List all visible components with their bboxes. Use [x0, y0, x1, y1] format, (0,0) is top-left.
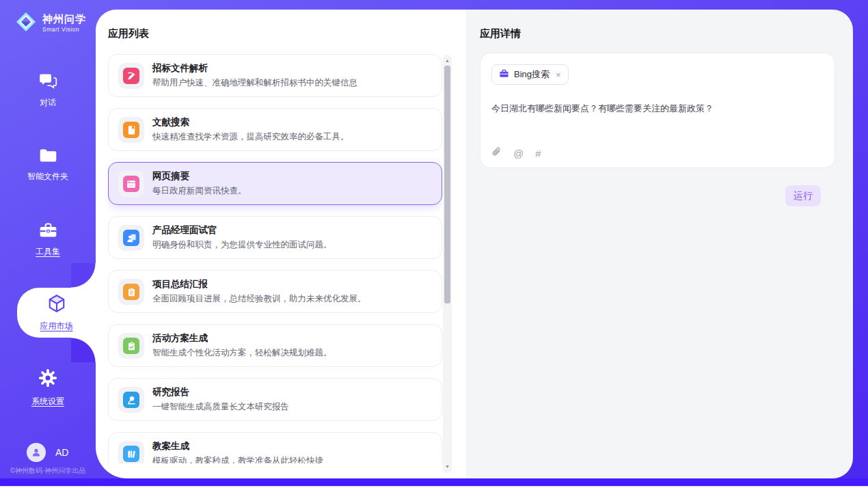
- avatar: [27, 443, 46, 462]
- app-icon-tile: [118, 387, 144, 413]
- app-card-title: 教案生成: [152, 440, 189, 452]
- app-card-title: 活动方案生成: [152, 332, 208, 344]
- sidebar-item-folder[interactable]: 智能文件夹: [0, 148, 96, 182]
- app-list-viewport: 招标文件解析帮助用户快速、准确地理解和解析招标书中的关键信息文献搜索快速精准查找…: [108, 54, 442, 463]
- app-icon-tile: [118, 225, 144, 251]
- prompt-card: Bing搜索 × 今日湖北有哪些新闻要点？有哪些需要关注的最新政策？ @ #: [480, 53, 835, 168]
- app-icon-tile: [118, 117, 144, 143]
- bottom-bar: [0, 478, 868, 486]
- app-card-description: 一键智能生成高质量长文本研究报告: [152, 401, 289, 413]
- scroll-up-icon[interactable]: ▲: [443, 56, 452, 66]
- scrollbar[interactable]: ▲ ▼: [443, 55, 452, 473]
- sidebar-item-chat[interactable]: 对话: [0, 72, 96, 109]
- app-card-description: 明确身份和职责，为您提供专业性的面试问题。: [152, 239, 332, 251]
- app-icon-tile: </>: [118, 171, 144, 197]
- app-card-description: 模板驱动，教案秒成，教学准备从此轻松快捷: [152, 455, 323, 463]
- app-card[interactable]: 活动方案生成智能生成个性化活动方案，轻松解决规划难题。: [108, 324, 442, 367]
- app-card[interactable]: 项目总结汇报全面回顾项目进展，总结经验教训，助力未来优化发展。: [108, 270, 442, 313]
- query-text[interactable]: 今日湖北有哪些新闻要点？有哪些需要关注的最新政策？: [491, 103, 819, 115]
- clipboard-icon: [123, 284, 139, 300]
- person-icon: [31, 447, 42, 458]
- run-button[interactable]: 运行: [785, 185, 821, 206]
- app-card-description: 全面回顾项目进展，总结经验教训，助力未来优化发展。: [152, 293, 366, 305]
- app-card[interactable]: 教案生成模板驱动，教案秒成，教学准备从此轻松快捷: [108, 432, 442, 463]
- sidebar-item-label: 应用市场: [40, 321, 73, 332]
- paperclip-icon[interactable]: [491, 146, 502, 160]
- app-window: 神州问学 Smart Vision 对话智能文件夹工具集应用市场系统设置 AD …: [0, 0, 868, 488]
- interviewer-icon: [123, 230, 139, 246]
- research-icon: [123, 392, 139, 408]
- brand-name: 神州问学: [42, 14, 86, 24]
- app-card-title: 研究报告: [152, 386, 189, 398]
- at-icon[interactable]: @: [513, 148, 524, 159]
- copyright-text: ©神州数码·神州问学出品: [0, 466, 96, 476]
- svg-text:</>: </>: [129, 183, 134, 187]
- app-card-title: 网页摘要: [152, 170, 189, 182]
- chat-icon: [39, 72, 57, 92]
- sidebar-item-gear[interactable]: 系统设置: [0, 368, 96, 407]
- app-icon-tile: [118, 441, 144, 463]
- app-card-title: 产品经理面试官: [152, 224, 217, 236]
- sidebar-item-label: 工具集: [36, 246, 60, 258]
- user-account[interactable]: AD: [27, 443, 68, 462]
- app-icon-tile: [118, 333, 144, 359]
- sidebar-item-toolbox[interactable]: 工具集: [0, 222, 96, 258]
- brand-subtitle: Smart Vision: [42, 27, 86, 33]
- input-toolbar: @ #: [491, 146, 541, 160]
- sidebar-item-cube[interactable]: 应用市场: [17, 288, 96, 338]
- user-name: AD: [55, 447, 68, 458]
- app-card[interactable]: 研究报告一键智能生成高质量长文本研究报告: [108, 378, 442, 421]
- hash-icon[interactable]: #: [535, 148, 541, 159]
- app-list-panel: 应用列表 招标文件解析帮助用户快速、准确地理解和解析招标书中的关键信息文献搜索快…: [96, 10, 466, 478]
- app-card-description: 智能生成个性化活动方案，轻松解决规划难题。: [152, 347, 332, 359]
- document-pen-icon: [123, 68, 139, 84]
- toolbox-icon: [39, 222, 57, 241]
- app-detail-panel: 应用详情 Bing搜索 × 今日湖北有哪些新闻要点？有哪些需要关注的最新政策？: [466, 10, 853, 478]
- app-card-title: 文献搜索: [152, 116, 189, 128]
- tool-chip-bing-search[interactable]: Bing搜索 ×: [491, 64, 569, 85]
- app-list-title: 应用列表: [108, 27, 149, 40]
- scroll-down-icon[interactable]: ▼: [443, 462, 452, 472]
- close-icon[interactable]: ×: [556, 70, 561, 80]
- app-card[interactable]: </>网页摘要每日政府新闻资讯快查。: [108, 162, 442, 205]
- app-card[interactable]: 招标文件解析帮助用户快速、准确地理解和解析招标书中的关键信息: [108, 54, 442, 97]
- briefcase-icon: [499, 68, 509, 81]
- cube-icon: [46, 293, 67, 316]
- book-icon: [123, 122, 139, 138]
- sidebar: 神州问学 Smart Vision 对话智能文件夹工具集应用市场系统设置 AD …: [0, 0, 96, 478]
- folder-icon: [39, 148, 57, 166]
- app-card[interactable]: 产品经理面试官明确身份和职责，为您提供专业性的面试问题。: [108, 216, 442, 259]
- app-detail-title: 应用详情: [480, 27, 521, 40]
- gear-icon: [38, 368, 58, 391]
- sidebar-item-label: 智能文件夹: [27, 171, 68, 182]
- diamond-logo-icon: [15, 11, 37, 36]
- app-icon-tile: [118, 279, 144, 305]
- app-card-description: 每日政府新闻资讯快查。: [152, 185, 247, 197]
- app-card[interactable]: 文献搜索快速精准查找学术资源，提高研究效率的必备工具。: [108, 108, 442, 151]
- app-card-title: 项目总结汇报: [152, 278, 208, 290]
- webpage-code-icon: </>: [123, 176, 139, 192]
- app-card-description: 帮助用户快速、准确地理解和解析招标书中的关键信息: [152, 77, 357, 89]
- sidebar-item-label: 对话: [40, 97, 56, 109]
- tool-chip-label: Bing搜索: [514, 68, 550, 81]
- books-icon: [123, 446, 139, 462]
- app-card-description: 快速精准查找学术资源，提高研究效率的必备工具。: [152, 131, 349, 143]
- scrollbar-thumb[interactable]: [444, 66, 450, 303]
- app-icon-tile: [118, 63, 144, 89]
- brand-logo: 神州问学 Smart Vision: [15, 11, 86, 36]
- clipboard-check-icon: [123, 338, 139, 354]
- app-card-title: 招标文件解析: [152, 62, 208, 74]
- sidebar-item-label: 系统设置: [31, 396, 64, 407]
